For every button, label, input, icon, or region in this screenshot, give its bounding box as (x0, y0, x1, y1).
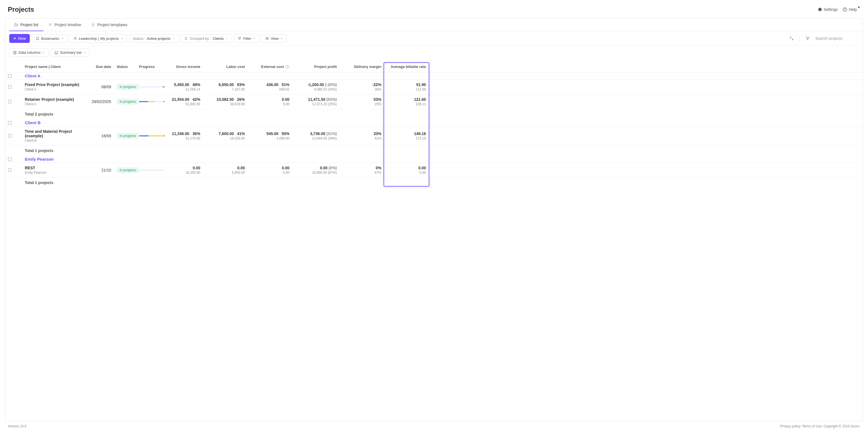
status-badge: In progress (117, 133, 139, 139)
external-cost: 0.00 0.00 (248, 94, 292, 109)
tab-label: Project templates (97, 23, 127, 27)
summary-bar-button[interactable]: Summary bar (51, 48, 90, 57)
grouped-by-filter[interactable]: Grouped by: Clients (181, 34, 232, 43)
col-progress[interactable]: Progress (136, 61, 164, 72)
search-input[interactable] (814, 35, 859, 42)
table-row[interactable]: REST Emily Pearson 21/10 In progress 0.0… (5, 163, 863, 177)
gross-income: 21,554.00 42% 51,892.80 (164, 94, 203, 109)
chevron-down-icon (61, 37, 64, 40)
checkbox[interactable] (8, 157, 12, 161)
data-columns-button[interactable]: Data columns (9, 48, 49, 57)
settings-link[interactable]: Settings (817, 7, 838, 12)
tab-project-list[interactable]: Project list (9, 19, 43, 31)
group-subtotal: Total 1 projects (22, 178, 86, 188)
status-value: Active projects (147, 36, 170, 41)
svg-point-10 (267, 38, 268, 38)
progress-bar (139, 135, 165, 136)
gross-income: 11,336.00 36% 31,174.00 (164, 129, 203, 143)
table-header: Project name | Client Due date Status Pr… (5, 61, 863, 72)
new-button[interactable]: New (9, 34, 30, 43)
settings-label: Settings (824, 7, 838, 12)
svg-rect-12 (13, 51, 16, 54)
folder-icon (14, 84, 20, 90)
table-row[interactable]: Time and Material Project (example) Clie… (5, 126, 863, 145)
checkbox[interactable] (8, 134, 11, 138)
checkbox[interactable] (8, 168, 11, 172)
expand-button[interactable] (787, 34, 796, 43)
group-link[interactable]: Client B (25, 120, 41, 125)
project-profit: -1,200.00 (-20%) 4,088.32 (34%) (292, 79, 340, 94)
leadership-value: My projects (100, 36, 119, 41)
group-subtotal: Total 2 projects (22, 109, 86, 119)
delivery-margin: -22% 36% (340, 79, 384, 94)
terms-link[interactable]: Terms of Use (802, 424, 822, 428)
external-cost: 436.00 51% 849.52 (248, 79, 292, 94)
delivery-margin: 53% 25% (340, 94, 384, 109)
group-link[interactable]: Client A (25, 73, 40, 78)
svg-point-1 (845, 10, 845, 11)
group-subtotal: Total 1 projects (22, 145, 86, 156)
chevron-down-icon (225, 37, 228, 40)
group-link[interactable]: Emily Pearson (25, 157, 54, 162)
svg-point-4 (185, 38, 186, 39)
grouped-prefix: Grouped by: (190, 36, 210, 41)
labor-cost: 6,650.00 93% 7,167.83 (203, 79, 248, 94)
chevron-down-icon (121, 37, 123, 40)
help-link[interactable]: Help (843, 7, 860, 12)
labor-cost: 0.00 5,450.00 (203, 163, 248, 177)
status-filter[interactable]: Status: Active projects (129, 34, 179, 43)
view-button[interactable]: View (261, 34, 287, 43)
grouped-value: Clients (213, 36, 224, 41)
chevron-down-icon (172, 37, 175, 40)
folder-icon (14, 167, 20, 173)
leadership-filter[interactable]: Leadership | My projects (70, 34, 127, 43)
bookmarks-label: Bookmarks (41, 36, 59, 41)
col-due[interactable]: Due date (86, 61, 114, 72)
tab-project-templates[interactable]: Project templates (86, 19, 132, 31)
list-icon (91, 23, 95, 27)
svg-point-7 (186, 38, 187, 39)
col-status[interactable]: Status (114, 61, 136, 72)
help-icon (843, 7, 847, 12)
filter-clear-button[interactable] (803, 34, 812, 43)
table-row[interactable]: Fixed Price Project (example) Client A 0… (5, 79, 863, 94)
svg-point-11 (268, 39, 268, 39)
checkbox[interactable] (8, 85, 11, 89)
project-name: Fixed Price Project (example) (25, 82, 83, 87)
privacy-link[interactable]: Privacy policy (780, 424, 800, 428)
col-delivery[interactable]: Delivery margin (340, 61, 384, 72)
checkbox[interactable] (8, 100, 11, 104)
sliders-icon (265, 36, 269, 40)
project-name: Time and Material Project (example) (25, 129, 83, 138)
table-row[interactable]: Retainer Project (example) Client A 28/0… (5, 94, 863, 109)
user-icon (73, 36, 77, 40)
info-icon (285, 65, 289, 69)
checkbox[interactable] (8, 74, 12, 78)
filter-button[interactable]: Filter (234, 34, 259, 43)
tab-project-timeline[interactable]: Project timeline (43, 19, 86, 31)
col-profit[interactable]: Project profit (292, 61, 340, 72)
folder-icon (14, 133, 20, 139)
col-avg-rate[interactable]: Average billable rate (384, 61, 429, 72)
plus-icon (13, 37, 17, 40)
bookmarks-button[interactable]: Bookmarks (32, 34, 67, 43)
checkbox[interactable] (8, 121, 12, 125)
bookmark-icon (36, 36, 39, 40)
svg-rect-13 (55, 51, 58, 54)
expand-icon (789, 36, 794, 41)
col-gross[interactable]: Gross income (164, 61, 203, 72)
col-external[interactable]: External cost (248, 61, 292, 72)
tabbar: Project list Project timeline Project te… (5, 19, 863, 31)
progress-bar (139, 101, 165, 102)
notification-dot (858, 6, 860, 8)
col-labor[interactable]: Labor cost (203, 61, 248, 72)
new-label: New (18, 36, 26, 41)
progress-bar (139, 170, 165, 171)
project-client: Client A (25, 102, 83, 106)
col-name[interactable]: Project name | Client (22, 61, 86, 72)
project-client: Client B (25, 139, 83, 142)
due-date: 16/09 (86, 131, 114, 141)
status-badge: In progress (117, 167, 139, 173)
grid-icon (184, 36, 188, 40)
gross-income: 5,450.00 48% 11,256.14 (164, 79, 203, 94)
